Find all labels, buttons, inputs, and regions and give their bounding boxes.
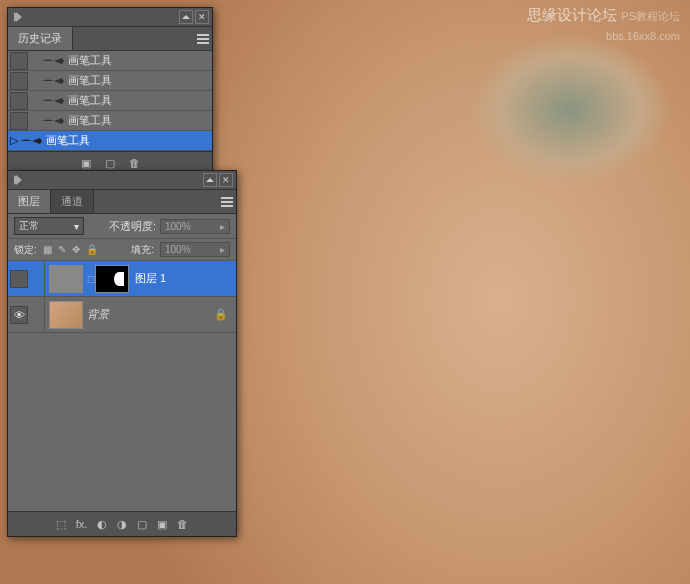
brush-icon: [42, 74, 64, 88]
mask-thumbnail[interactable]: [95, 265, 129, 293]
close-icon[interactable]: ✕: [219, 173, 233, 187]
layer-thumbnail[interactable]: [49, 265, 83, 293]
opacity-input[interactable]: 100%▸: [160, 219, 230, 234]
history-panel: ✕ 历史记录 画笔工具 画笔工具 画笔工具 画笔工具 ▷画笔工具 ▣ ▢ 🗑: [7, 7, 213, 175]
channels-tab[interactable]: 通道: [51, 190, 94, 213]
lock-icon: 🔒: [214, 308, 228, 321]
visibility-toggle[interactable]: 👁: [10, 306, 28, 324]
new-document-icon[interactable]: ▣: [81, 157, 91, 170]
history-item[interactable]: ▷画笔工具: [8, 131, 212, 151]
add-mask-icon[interactable]: ◐: [97, 518, 107, 531]
link-mask-icon[interactable]: ⬚: [87, 274, 95, 284]
adjustment-layer-icon[interactable]: ◑: [117, 518, 127, 531]
link-layers-icon[interactable]: ⬚: [56, 518, 66, 531]
new-layer-icon[interactable]: ▣: [157, 518, 167, 531]
layer-thumbnail[interactable]: [49, 301, 83, 329]
collapse-icon[interactable]: [11, 11, 23, 23]
layers-panel: ✕ 图层 通道 正常▾ 不透明度: 100%▸ 锁定: ▦ ✎ ✥ 🔒 填充: …: [7, 170, 237, 537]
watermark: 思缘设计论坛 PS教程论坛 bbs.16xx8.com: [527, 5, 680, 44]
history-list: 画笔工具 画笔工具 画笔工具 画笔工具 ▷画笔工具: [8, 51, 212, 151]
panel-menu-icon[interactable]: [194, 27, 212, 50]
history-tab[interactable]: 历史记录: [8, 27, 73, 50]
layer-effects-icon[interactable]: fx.: [76, 518, 88, 530]
layer-name[interactable]: 图层 1: [135, 271, 166, 286]
svg-rect-3: [197, 34, 209, 36]
lock-label: 锁定:: [14, 243, 37, 257]
svg-rect-11: [221, 205, 233, 207]
visibility-toggle[interactable]: [10, 270, 28, 288]
layer-row[interactable]: 👁 背景 🔒: [8, 297, 236, 333]
lock-paint-icon[interactable]: ✎: [58, 244, 66, 255]
minimize-icon[interactable]: [179, 10, 193, 24]
svg-marker-2: [182, 15, 190, 19]
layer-name[interactable]: 背景: [87, 307, 109, 322]
svg-rect-9: [221, 197, 233, 199]
opacity-label: 不透明度:: [109, 219, 156, 234]
svg-marker-8: [206, 178, 214, 182]
layer-row[interactable]: ⬚ 图层 1: [8, 261, 236, 297]
brush-icon: [42, 114, 64, 128]
history-item[interactable]: 画笔工具: [8, 91, 212, 111]
fill-input[interactable]: 100%▸: [160, 242, 230, 257]
svg-marker-7: [16, 175, 22, 185]
lock-position-icon[interactable]: ✥: [72, 244, 80, 255]
svg-rect-5: [197, 42, 209, 44]
close-icon[interactable]: ✕: [195, 10, 209, 24]
history-item[interactable]: 画笔工具: [8, 71, 212, 91]
svg-rect-4: [197, 38, 209, 40]
group-icon[interactable]: ▢: [137, 518, 147, 531]
minimize-icon[interactable]: [203, 173, 217, 187]
svg-rect-10: [221, 201, 233, 203]
delete-layer-icon[interactable]: 🗑: [177, 518, 188, 530]
lock-transparency-icon[interactable]: ▦: [43, 244, 52, 255]
history-item[interactable]: 画笔工具: [8, 51, 212, 71]
brush-icon: [42, 94, 64, 108]
svg-marker-1: [16, 12, 22, 22]
panel-menu-icon[interactable]: [218, 190, 236, 213]
lock-all-icon[interactable]: 🔒: [86, 244, 98, 255]
current-state-icon: ▷: [10, 134, 20, 147]
layers-tab[interactable]: 图层: [8, 190, 51, 213]
brush-icon: [42, 54, 64, 68]
delete-icon[interactable]: 🗑: [129, 157, 140, 169]
history-item[interactable]: 画笔工具: [8, 111, 212, 131]
new-snapshot-icon[interactable]: ▢: [105, 157, 115, 170]
blend-mode-select[interactable]: 正常▾: [14, 217, 84, 235]
collapse-icon[interactable]: [11, 174, 23, 186]
fill-label: 填充:: [131, 243, 154, 257]
brush-icon: [20, 134, 42, 148]
